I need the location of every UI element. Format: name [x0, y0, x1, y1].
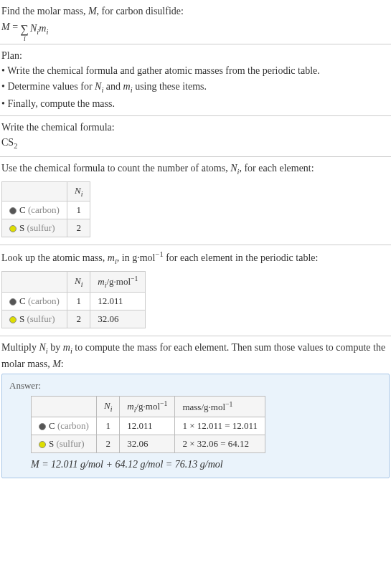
answer-table: Ni mi/g·mol−1 mass/g·mol−1 C (carbon) 1 … — [31, 396, 265, 453]
carbon-swatch-icon — [9, 207, 17, 214]
cell-element: C (carbon) — [32, 417, 97, 435]
col-n: Ni — [96, 397, 119, 417]
cell-n: 1 — [96, 417, 119, 435]
element-symbol: S — [49, 438, 54, 449]
mass-section: Look up the atomic mass, mi, in g·mol−1 … — [0, 245, 391, 336]
col-mass: mass/g·mol−1 — [175, 397, 265, 417]
element-symbol: S — [19, 222, 24, 233]
table-header-row: Ni mi/g·mol−1 mass/g·mol−1 — [32, 397, 265, 417]
table-header-row: Ni mi/g·mol−1 — [2, 272, 146, 293]
col-element — [2, 272, 67, 293]
col-n: Ni — [67, 272, 90, 293]
cell-n: 1 — [67, 293, 90, 310]
element-symbol: S — [19, 313, 24, 324]
table-header-row: Ni — [2, 182, 90, 201]
cell-element: S (sulfur) — [32, 435, 97, 453]
cell-n: 1 — [67, 201, 90, 219]
cell-n: 2 — [67, 219, 90, 237]
sulfur-swatch-icon — [39, 441, 46, 448]
mass-table: Ni mi/g·mol−1 C (carbon) 1 12.011 S (sul… — [1, 271, 146, 328]
answer-content: Ni mi/g·mol−1 mass/g·mol−1 C (carbon) 1 … — [31, 396, 382, 470]
carbon-swatch-icon — [39, 423, 46, 430]
cell-mass: 1 × 12.011 = 12.011 — [175, 417, 265, 435]
intro-prompt: Find the molar mass, M, for carbon disul… — [1, 4, 390, 19]
answer-label: Answer: — [9, 380, 382, 392]
cell-mass: 2 × 32.06 = 64.12 — [175, 435, 265, 453]
table-row: S (sulfur) 2 32.06 2 × 32.06 = 64.12 — [32, 435, 265, 453]
cell-n: 2 — [96, 435, 119, 453]
intro-formula: M = ∑ i Nimi — [1, 20, 390, 39]
plan-item: Write the chemical formula and gather at… — [1, 64, 390, 78]
final-equation: M = 12.011 g/mol + 64.12 g/mol = 76.13 g… — [31, 459, 382, 470]
cell-element: S (sulfur) — [2, 310, 67, 328]
col-m: mi/g·mol−1 — [120, 397, 175, 417]
plan-heading: Plan: — [1, 49, 390, 63]
col-element — [2, 182, 67, 201]
cell-m: 12.011 — [120, 417, 175, 435]
sulfur-swatch-icon — [9, 316, 17, 323]
cell-m: 12.011 — [90, 293, 146, 310]
element-symbol: C — [19, 295, 26, 306]
table-row: S (sulfur) 2 — [2, 219, 90, 237]
cell-m: 32.06 — [120, 435, 175, 453]
chem-formula-sub: 2 — [14, 142, 17, 150]
count-table: Ni C (carbon) 1 S (sulfur) 2 — [1, 181, 90, 237]
element-name: (sulfur) — [27, 222, 55, 233]
chem-formula-value: CS2 — [1, 136, 390, 151]
answer-box: Answer: Ni mi/g·mol−1 mass/g·mol−1 C (ca… — [1, 374, 390, 478]
mass-prompt: Look up the atomic mass, mi, in g·mol−1 … — [1, 250, 390, 267]
count-prompt: Use the chemical formula to count the nu… — [1, 161, 390, 177]
element-name: (carbon) — [28, 295, 60, 306]
cell-element: S (sulfur) — [2, 219, 67, 237]
sigma-icon: ∑ i — [21, 24, 29, 42]
table-row: C (carbon) 1 12.011 — [2, 293, 146, 310]
chem-formula-prompt: Write the chemical formula: — [1, 120, 390, 135]
table-row: C (carbon) 1 — [2, 201, 90, 219]
cell-n: 2 — [67, 310, 90, 328]
plan-section: Plan: Write the chemical formula and gat… — [0, 44, 391, 116]
multiply-section: Multiply Ni by mi to compute the mass fo… — [0, 336, 391, 481]
plan-item: Finally, compute the mass. — [1, 97, 390, 111]
col-n: Ni — [67, 182, 90, 201]
element-name: (sulfur) — [27, 313, 55, 324]
cell-element: C (carbon) — [2, 293, 67, 310]
element-name: (carbon) — [57, 420, 89, 431]
plan-item: Determine values for Ni and mi using the… — [1, 80, 390, 95]
col-m: mi/g·mol−1 — [90, 272, 146, 293]
col-element — [32, 397, 97, 417]
cell-element: C (carbon) — [2, 201, 67, 219]
carbon-swatch-icon — [9, 298, 17, 305]
element-symbol: C — [19, 204, 26, 215]
chem-formula-section: Write the chemical formula: CS2 — [0, 116, 391, 157]
intro-section: Find the molar mass, M, for carbon disul… — [0, 0, 391, 44]
count-section: Use the chemical formula to count the nu… — [0, 157, 391, 245]
element-name: (carbon) — [28, 204, 60, 215]
sulfur-swatch-icon — [9, 225, 17, 232]
cell-m: 32.06 — [90, 310, 146, 328]
table-row: C (carbon) 1 12.011 1 × 12.011 = 12.011 — [32, 417, 265, 435]
table-row: S (sulfur) 2 32.06 — [2, 310, 146, 328]
element-name: (sulfur) — [56, 438, 84, 449]
element-symbol: C — [49, 420, 55, 431]
chem-formula-base: CS — [1, 137, 14, 148]
multiply-prompt: Multiply Ni by mi to compute the mass fo… — [1, 341, 390, 371]
